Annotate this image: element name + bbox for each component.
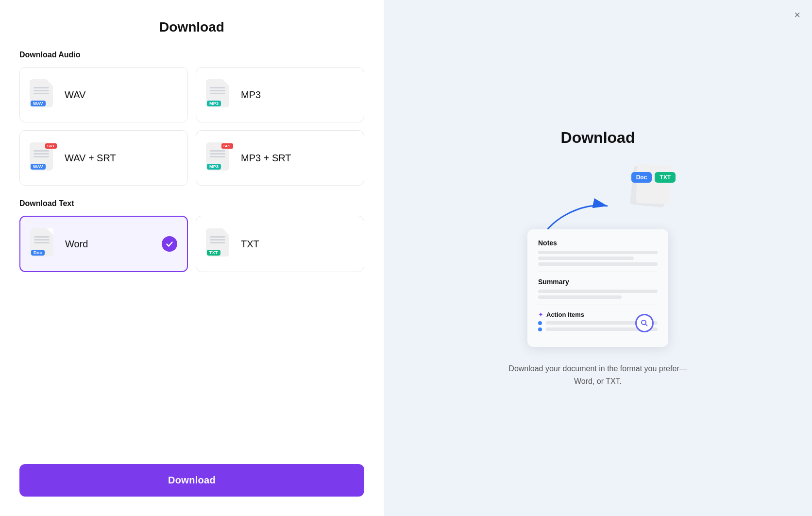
audio-format-grid: WAV WAV MP3 MP3 [19, 67, 364, 186]
bullet-1 [538, 321, 542, 325]
close-button[interactable]: × [794, 10, 800, 20]
modal-title: Download [19, 19, 364, 35]
download-button-wrapper: Download [19, 448, 364, 497]
txt-label: TXT [241, 239, 259, 250]
notes-label: Notes [538, 239, 658, 247]
word-label: Word [65, 239, 88, 250]
download-button[interactable]: Download [19, 464, 364, 497]
audio-section-label: Download Audio [19, 51, 364, 59]
txt-file-icon: TXT [206, 228, 233, 259]
text-format-grid: Doc Word TXT [19, 216, 364, 272]
mp3-srt-file-icon: MP3 SRT [206, 142, 233, 173]
summary-line-2 [538, 295, 622, 299]
right-description: Download your document in the format you… [501, 362, 695, 387]
mp3-srt-format-card[interactable]: MP3 SRT MP3 + SRT [196, 130, 364, 186]
divider-2 [538, 305, 658, 305]
mp3-file-icon: MP3 [206, 79, 233, 110]
wav-srt-format-card[interactable]: WAV SRT WAV + SRT [19, 130, 188, 186]
notes-line-3 [538, 262, 658, 266]
right-panel: × Download Doc TXT Notes Su [384, 0, 812, 516]
summary-line-1 [538, 290, 658, 293]
paper-bg-2 [636, 164, 672, 204]
doc-preview-card: Notes Summary ✦ Action Items [527, 229, 668, 347]
wav-label: WAV [65, 89, 85, 101]
float-badge-txt: TXT [655, 172, 676, 183]
word-format-card[interactable]: Doc Word [19, 216, 188, 272]
bullet-2 [538, 327, 542, 331]
notes-line-1 [538, 251, 658, 254]
word-file-icon: Doc [30, 228, 57, 259]
wav-file-icon: WAV [30, 79, 57, 110]
summary-label: Summary [538, 278, 658, 286]
preview-illustration: Doc TXT Notes Summary ✦ [515, 162, 680, 347]
right-title: Download [561, 129, 635, 147]
txt-format-card[interactable]: TXT TXT [196, 216, 364, 272]
text-section-label: Download Text [19, 199, 364, 208]
wav-format-card[interactable]: WAV WAV [19, 67, 188, 122]
sparkle-icon: ✦ [538, 311, 543, 318]
search-icon-preview [635, 314, 654, 332]
left-panel: Download Download Audio WAV WAV [0, 0, 384, 516]
mp3-srt-label: MP3 + SRT [241, 153, 291, 164]
action-items-label: Action Items [546, 311, 584, 318]
notes-line-2 [538, 257, 634, 260]
wav-srt-file-icon: WAV SRT [30, 142, 57, 173]
float-badge-doc: Doc [631, 172, 652, 183]
mp3-format-card[interactable]: MP3 MP3 [196, 67, 364, 122]
word-selected-check [162, 236, 177, 252]
divider-1 [538, 272, 658, 272]
wav-srt-label: WAV + SRT [65, 153, 116, 164]
mp3-label: MP3 [241, 89, 261, 101]
floating-badges: Doc TXT [631, 172, 676, 183]
